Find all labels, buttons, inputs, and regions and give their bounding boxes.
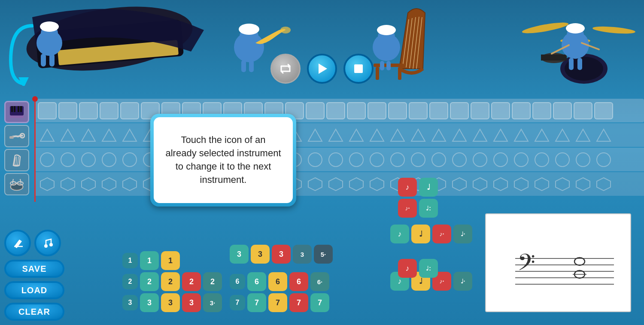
stop-button[interactable] (343, 54, 374, 84)
svg-rect-24 (376, 67, 379, 80)
harp-instrument-icon[interactable] (4, 149, 29, 171)
note-c1-2[interactable]: ♩ (419, 178, 438, 197)
note-c1-1[interactable]: ♪ (398, 178, 417, 197)
note-c2-2[interactable]: ♩: (419, 259, 438, 278)
clear-button[interactable]: CLEAR (4, 303, 64, 321)
svg-rect-107 (20, 106, 22, 112)
svg-marker-69 (494, 129, 507, 141)
note-row-2: 2 2 2 2 2 (122, 272, 222, 291)
note-3-dot[interactable]: 3· (203, 293, 222, 312)
note-2-red[interactable]: 2 (182, 272, 201, 291)
svg-marker-72 (556, 129, 569, 141)
note-3b-teal[interactable]: 3 (230, 245, 249, 264)
note-3-yellow[interactable]: 3 (161, 293, 180, 312)
track-1-piano (34, 99, 644, 122)
note-5-dot[interactable]: 5· (314, 245, 333, 264)
note-1-teal[interactable]: 1 (140, 251, 159, 270)
note-right-row-1: ♪ ♩ ♪· ♩· (390, 225, 472, 243)
note-cluster-2-row-1: ♪ ♩: (398, 259, 438, 278)
svg-rect-7 (41, 54, 46, 67)
svg-marker-74 (597, 129, 611, 141)
piano-icon (9, 105, 24, 119)
note-c1-3[interactable]: ♪· (398, 199, 417, 218)
note-7-teal[interactable]: 7 (247, 293, 266, 312)
note-grid-center: 3 3 3 3 5· 6 6 6 6 6· 7 7 7 7 7 (230, 245, 333, 312)
note-2-teal[interactable]: 2 (140, 272, 159, 291)
piano-instrument-icon[interactable] (4, 101, 29, 123)
note-3b-red[interactable]: 3 (272, 245, 291, 264)
svg-rect-25 (398, 67, 401, 80)
svg-marker-63 (370, 129, 384, 141)
svg-line-118 (12, 179, 13, 183)
note-7-red[interactable]: 7 (289, 293, 308, 312)
track-2-cells (34, 123, 644, 147)
svg-rect-105 (14, 106, 15, 112)
harp-icon (10, 153, 24, 167)
note-6-teal[interactable]: 6 (247, 272, 266, 291)
note-row-3b: 3 3 3 3 5· (230, 245, 333, 264)
repeat-icon (279, 62, 292, 76)
svg-marker-102 (597, 178, 611, 191)
note-row-label-7: 7 (230, 295, 245, 310)
svg-point-22 (377, 25, 396, 35)
note-rb-4[interactable]: ♩· (453, 272, 472, 291)
note-row-label-2: 2 (122, 274, 138, 289)
svg-marker-95 (453, 178, 466, 191)
note-grid-left: 1 1 1 2 2 2 2 2 3 3 3 3 3· (122, 251, 222, 312)
note-row-label-1: 1 (122, 253, 138, 268)
transport-controls (270, 54, 374, 84)
note-r-3[interactable]: ♪· (432, 225, 451, 243)
track-4-drums (34, 172, 644, 196)
svg-marker-71 (535, 129, 549, 141)
drums-instrument-icon[interactable] (4, 173, 29, 195)
note-row-6: 6 6 6 6 6· (230, 272, 333, 291)
svg-point-33 (592, 25, 636, 35)
svg-marker-49 (82, 129, 95, 141)
note-r-1[interactable]: ♪ (390, 225, 409, 243)
eraser-button[interactable] (4, 230, 31, 256)
note-7-teal2[interactable]: 7 (310, 293, 329, 312)
note-c2-1[interactable]: ♪ (398, 259, 417, 278)
svg-marker-66 (432, 129, 446, 141)
note-row-label-3: 3 (122, 295, 138, 310)
note-3-teal[interactable]: 3 (140, 293, 159, 312)
note-6-yellow[interactable]: 6 (268, 272, 287, 291)
music-note-icon (42, 237, 54, 249)
note-c1-4[interactable]: ♩: (419, 199, 438, 218)
note-7-yellow[interactable]: 7 (268, 293, 287, 312)
note-3b-3dot[interactable]: 3 (293, 245, 312, 264)
note-cluster-row-2: ♪· ♩: (398, 199, 438, 218)
note-3-red[interactable]: 3 (182, 293, 201, 312)
note-2-dark[interactable]: 2 (203, 272, 222, 291)
note-r-2[interactable]: ♩ (411, 225, 430, 243)
note-3b-yellow[interactable]: 3 (251, 245, 270, 264)
svg-marker-73 (576, 129, 590, 141)
note-grid-right-top: ♪ ♩ ♪· ♩· (390, 225, 472, 243)
track-4-cells (34, 172, 644, 196)
svg-rect-13 (241, 60, 246, 72)
note-1-yellow[interactable]: 1 (161, 251, 180, 270)
trumpet-instrument-icon[interactable] (4, 125, 29, 147)
svg-text:𝄢: 𝄢 (517, 250, 535, 281)
load-button[interactable]: LOAD (4, 281, 64, 299)
svg-rect-27 (386, 61, 391, 70)
note-r-4[interactable]: ♩· (453, 225, 472, 243)
save-button[interactable]: SAVE (4, 260, 64, 278)
play-icon (315, 62, 329, 76)
svg-marker-91 (370, 178, 384, 191)
svg-point-37 (566, 23, 585, 33)
playhead-dot (32, 96, 38, 102)
stop-icon (352, 62, 365, 76)
note-row-7: 7 7 7 7 7 (230, 293, 333, 312)
note-6-dot[interactable]: 6· (310, 272, 329, 291)
svg-marker-77 (82, 178, 95, 191)
svg-line-113 (18, 157, 18, 165)
repeat-button[interactable] (270, 54, 301, 84)
note-6-red[interactable]: 6 (289, 272, 308, 291)
play-button[interactable] (307, 54, 337, 84)
svg-marker-101 (576, 178, 590, 191)
music-note-button[interactable] (34, 230, 61, 256)
note-2-yellow[interactable]: 2 (161, 272, 180, 291)
svg-rect-31 (541, 55, 567, 61)
svg-point-115 (11, 183, 23, 190)
